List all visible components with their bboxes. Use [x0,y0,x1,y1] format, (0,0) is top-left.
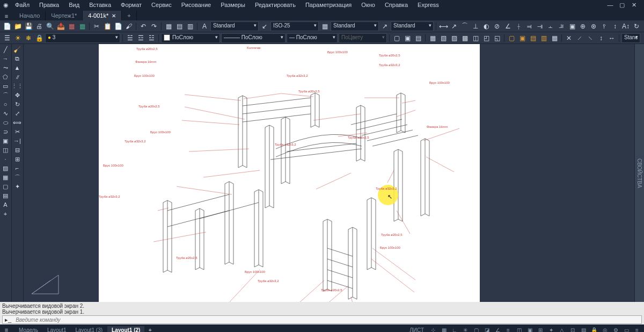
tab-drawing1[interactable]: Чертеж1* [46,11,83,20]
menu-draw[interactable]: Рисование [177,1,215,9]
insert-icon[interactable]: ▣ [402,33,412,43]
layer-match-icon[interactable]: ☳ [147,33,156,43]
command-input[interactable] [13,317,641,323]
jog-icon[interactable]: ⫯ [599,21,609,31]
undo-icon[interactable]: ↶ [138,21,148,31]
mleaderstyle-icon[interactable]: ↗ [380,21,390,31]
menu-parametric[interactable]: Параметризация [301,1,356,9]
attdef-icon[interactable]: ▤ [413,33,423,43]
rect-icon[interactable]: ▭ [1,82,10,90]
cleanscreen-icon[interactable]: ▭ [621,326,631,332]
insert-block-icon[interactable]: ▣ [1,136,10,145]
scale-icon[interactable]: ⤢ [12,109,22,118]
ellipse-icon[interactable]: ⬭ [1,118,10,127]
menu-insert[interactable]: Вставка [85,1,115,9]
copy-obj-icon[interactable]: ⧉ [12,54,22,63]
add-layout-button[interactable]: + [145,326,155,332]
tolerance-icon[interactable]: ▣ [567,21,577,31]
close-button[interactable]: ✕ [630,1,638,9]
layer-state-icon[interactable]: ☱ [125,33,135,43]
make-block-icon[interactable]: ◫ [1,146,10,154]
lock-ui-icon[interactable]: 🔒 [589,326,599,332]
dim-arc-icon[interactable]: ⌒ [460,21,470,31]
menu-window[interactable]: Окно [357,1,379,9]
polar-icon[interactable]: ✳ [460,326,470,332]
layer-select[interactable]: ● 3 [45,33,120,43]
menu-view[interactable]: Вид [64,1,84,9]
hamburger-icon[interactable]: ≡ [2,12,11,20]
group-1-icon[interactable]: ▦ [428,33,437,43]
snap-icon[interactable]: ⊹ [428,326,438,332]
dim-aligned-icon[interactable]: ↗ [449,21,459,31]
break-icon[interactable]: ⊟ [12,146,22,154]
dim-radius-icon[interactable]: ◐ [481,21,491,31]
paste-icon[interactable]: 📄 [113,21,123,31]
group-2-icon[interactable]: ▧ [438,33,448,43]
color-select[interactable]: ПоСлою [161,33,220,43]
join-icon[interactable]: ⊞ [12,155,22,163]
tool-1-icon[interactable]: ▢ [507,33,516,43]
group-3-icon[interactable]: ▨ [449,33,459,43]
tablestyle-icon[interactable]: ▦ [320,21,330,31]
fillet-icon[interactable]: ⌒ [12,173,22,182]
constraint-4-icon[interactable]: ↕ [596,33,606,43]
layer-props-icon[interactable]: ☰ [2,33,12,43]
menu-help[interactable]: Справка [380,1,412,9]
dim-baseline-icon[interactable]: ⫤ [524,21,534,31]
menu-format[interactable]: Формат [116,1,146,9]
lweight-icon[interactable]: ≡ [503,326,513,332]
3dosnap-icon[interactable]: ◪ [482,326,492,332]
dim-space-icon[interactable]: ⫠ [546,21,555,31]
dim-linear-icon[interactable]: ⟷ [438,21,448,31]
inspect-icon[interactable]: ⊛ [589,21,598,31]
save-icon[interactable]: 💾 [24,21,33,31]
dim-diameter-icon[interactable]: ⊘ [492,21,502,31]
group-7-icon[interactable]: ◱ [492,33,502,43]
tool-5-icon[interactable]: ▦ [550,33,559,43]
dimtedit-icon[interactable]: A↕ [621,21,631,31]
dim-angular-icon[interactable]: ∠ [503,21,513,31]
point-icon[interactable]: · [1,155,10,163]
group-6-icon[interactable]: ◰ [481,33,491,43]
block-icon[interactable]: ▢ [392,33,401,43]
tool-4-icon[interactable]: ▥ [539,33,548,43]
osnap-icon[interactable]: ▢ [471,326,481,332]
maximize-button[interactable]: ▢ [618,1,626,9]
quickprops-icon[interactable]: ▤ [579,326,588,332]
tab-add[interactable]: + [122,11,136,20]
units-icon[interactable]: ⊡ [568,326,577,332]
properties-panel-tab[interactable]: СВОЙСТВA [634,44,644,302]
grid-icon[interactable]: ▦ [164,21,173,31]
arc-icon[interactable]: ⌒ [1,91,10,99]
dimupdate-icon[interactable]: ↻ [632,21,641,31]
gradient-icon[interactable]: ▦ [1,173,10,182]
publish-icon[interactable]: 📤 [56,21,65,31]
tab-layout1-2[interactable]: Layout1 (2) [107,326,144,333]
text-style-select[interactable]: Standard [210,21,259,31]
menu-modify[interactable]: Редактировать [251,1,300,9]
menu-dimensions[interactable]: Размеры [216,1,250,9]
dim-style-select[interactable]: ISO-25 [270,21,319,31]
layer-freeze-icon[interactable]: ❄ [24,33,33,43]
layer-on-icon[interactable]: ☀ [13,33,23,43]
space-mode[interactable]: ЛИСТ [406,327,427,333]
linetype-select[interactable]: ——— ПоСлою [221,33,286,43]
dyninput-icon[interactable]: ⊞ [536,326,545,332]
mirror-icon[interactable]: ▲ [12,63,22,72]
lineweight-select[interactable]: — ПоСлою [287,33,338,43]
addselected-icon[interactable]: + [1,210,10,218]
isolate-icon[interactable]: ◎ [600,326,610,332]
copy-icon[interactable]: 📋 [103,21,112,31]
preview-icon[interactable]: 🔍 [45,21,55,31]
transparency-icon[interactable]: ◫ [514,326,524,332]
spline-icon[interactable]: ∿ [1,109,10,118]
selection-icon[interactable]: ▣ [525,326,535,332]
dim-quick-icon[interactable]: ⟊ [514,21,523,31]
tab-layout1[interactable]: Layout1 [43,326,71,333]
minimize-button[interactable]: — [606,1,614,9]
constraint-1-icon[interactable]: ✕ [564,33,574,43]
mleader-style-select[interactable]: Standard [391,21,434,31]
mtext-icon[interactable]: A [1,200,10,209]
print-icon[interactable]: 🖨 [34,21,44,31]
table-draw-icon[interactable]: ▤ [1,191,10,200]
